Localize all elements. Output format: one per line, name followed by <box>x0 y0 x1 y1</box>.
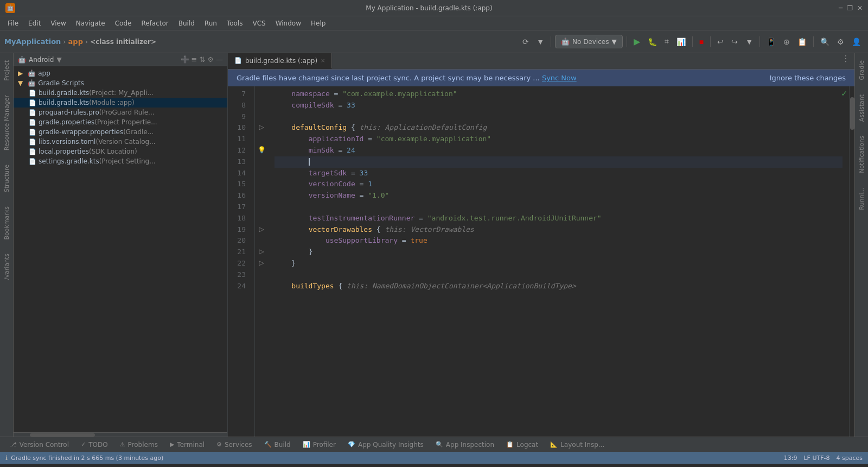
todo-tab[interactable]: ✓ TODO <box>75 439 113 450</box>
device-selector[interactable]: 🤖 No Devices ▼ <box>555 35 623 48</box>
project-panel-label[interactable]: Project <box>1 56 12 85</box>
code-gutter-icons: ▷ 💡 ▷ ▷ ▷ <box>255 86 268 437</box>
code-line-15: versionCode = 1 <box>275 179 843 190</box>
tree-item-libs-versions[interactable]: 📄 libs.versions.toml (Version Catalog... <box>14 137 227 147</box>
android-device-mgr[interactable]: 📱 <box>764 36 778 48</box>
code-line-17 <box>275 201 843 213</box>
tree-item-build-gradle-module[interactable]: 📄 build.gradle.kts (Module :app) <box>14 98 227 108</box>
status-left: ℹ Gradle sync finished in 2 s 665 ms (3 … <box>5 455 780 462</box>
stop-button[interactable]: ■ <box>697 36 706 48</box>
menu-edit[interactable]: Edit <box>24 18 45 28</box>
menu-build[interactable]: Build <box>174 18 199 28</box>
device-label: No Devices <box>572 38 609 46</box>
menu-refactor[interactable]: Refactor <box>137 18 173 28</box>
account-button[interactable]: 👤 <box>849 36 864 48</box>
code-line-20: useSupportLibrary = true <box>275 235 843 247</box>
filetree-title: 🤖 Android ▼ <box>18 56 62 64</box>
breadcrumb-project[interactable]: MyApplication <box>4 37 61 46</box>
code-editor[interactable]: 7 8 9 10 11 12 13 14 15 16 17 18 19 20 2… <box>228 86 854 437</box>
settings-gear-icon[interactable]: ⚙ <box>207 55 214 64</box>
menu-help[interactable]: Help <box>307 18 330 28</box>
menu-navigate[interactable]: Navigate <box>72 18 110 28</box>
tree-item-local-properties[interactable]: 📄 local.properties (SDK Location) <box>14 147 227 156</box>
menu-run[interactable]: Run <box>200 18 221 28</box>
cursor-position[interactable]: 13:9 <box>784 455 797 462</box>
menu-view[interactable]: View <box>46 18 70 28</box>
menu-file[interactable]: File <box>3 18 23 28</box>
tree-item-proguard[interactable]: 📄 proguard-rules.pro (ProGuard Rule... <box>14 108 227 117</box>
menu-code[interactable]: Code <box>111 18 136 28</box>
dropdown-icon[interactable]: ▼ <box>56 56 61 64</box>
menu-vcs[interactable]: VCS <box>248 18 270 28</box>
bookmarks-label[interactable]: Bookmarks <box>1 202 12 244</box>
structure-label[interactable]: Structure <box>1 160 12 197</box>
layout-inspector-label: Layout Insp... <box>560 441 604 449</box>
redo-button[interactable]: ↪ <box>729 36 741 48</box>
menu-window[interactable]: Window <box>271 18 305 28</box>
logcat-tab[interactable]: 📋 Logcat <box>501 439 544 450</box>
ignore-changes-link[interactable]: Ignore these changes <box>770 74 846 82</box>
build-tab[interactable]: 🔨 Build <box>259 439 296 450</box>
app-quality-tab[interactable]: 💎 App Quality Insights <box>342 439 429 450</box>
undo-button[interactable]: ↩ <box>714 36 726 48</box>
avd-manager[interactable]: 📋 <box>795 36 809 48</box>
services-tab[interactable]: ⚙ Services <box>211 439 257 450</box>
horizontal-scrollbar[interactable] <box>14 432 227 437</box>
profile-button[interactable]: 📊 <box>674 36 688 48</box>
tree-item-gradle-wrapper[interactable]: 📄 gradle-wrapper.properties (Gradle... <box>14 127 227 137</box>
version-control-tab[interactable]: ⎇ Version Control <box>4 439 74 450</box>
running-panel-label[interactable]: Runni... <box>856 183 867 214</box>
code-line-24: buildTypes { this: NamedDomainObjectCont… <box>275 281 843 292</box>
code-line-14: targetSdk = 33 <box>275 168 843 179</box>
terminal-tab[interactable]: ▶ Terminal <box>164 439 210 450</box>
assistant-panel-label[interactable]: Assistant <box>856 90 867 126</box>
tree-item-settings-gradle[interactable]: 📄 settings.gradle.kts (Project Setting..… <box>14 156 227 166</box>
search-button[interactable]: 🔍 <box>818 36 832 48</box>
collapse-all-icon[interactable]: ≡ <box>192 55 197 64</box>
build-label: Build <box>275 441 291 449</box>
tab-spacer <box>332 53 837 69</box>
restore-button[interactable]: ❐ <box>847 4 853 12</box>
separator-2 <box>627 36 627 47</box>
minimize-panel-icon[interactable]: — <box>216 55 223 64</box>
tree-item-app[interactable]: ▶ 🤖 app <box>14 68 227 78</box>
encoding-info[interactable]: LF UTF-8 <box>803 455 829 462</box>
device-dropdown-icon: ▼ <box>611 38 616 46</box>
menu-tools[interactable]: Tools <box>222 18 247 28</box>
settings-button[interactable]: ⚙ <box>834 36 847 48</box>
tree-item-build-gradle-project[interactable]: 📄 build.gradle.kts (Project: My_Appli... <box>14 88 227 98</box>
code-content[interactable]: ✓ namespace = "com.example.myapplication… <box>268 86 849 437</box>
sync-banner: Gradle files have changed since last pro… <box>228 70 854 86</box>
sync-button[interactable]: ⟳ <box>520 36 532 48</box>
dropdown-button[interactable]: ▼ <box>534 36 547 48</box>
bottom-toolbar: ⎇ Version Control ✓ TODO ⚠ Problems ▶ Te… <box>0 437 868 452</box>
run-button[interactable]: ▶ <box>631 35 643 48</box>
tree-item-gradle-scripts[interactable]: ▼ 🤖 Gradle Scripts <box>14 78 227 88</box>
dropdown2-button[interactable]: ▼ <box>743 36 756 48</box>
vertical-scrollbar[interactable] <box>849 86 854 437</box>
minimize-button[interactable]: ─ <box>839 4 843 12</box>
breadcrumb-class[interactable]: <class initializer> <box>90 38 156 46</box>
tree-item-gradle-properties[interactable]: 📄 gradle.properties (Project Propertie..… <box>14 117 227 127</box>
indent-info[interactable]: 4 spaces <box>837 455 863 462</box>
coverage-button[interactable]: ⌗ <box>662 35 672 48</box>
tab-close-button[interactable]: × <box>321 58 325 64</box>
variants-label[interactable]: /variants <box>1 249 12 284</box>
close-button[interactable]: ✕ <box>857 4 863 12</box>
sync-now-link[interactable]: Sync Now <box>542 74 577 82</box>
device-manager-button[interactable]: ⊕ <box>781 36 793 48</box>
expand-all-icon[interactable]: ⇅ <box>199 55 205 64</box>
debug-button[interactable]: 🐛 <box>645 36 660 48</box>
breadcrumb-module[interactable]: app <box>68 37 83 46</box>
layout-inspector-tab[interactable]: 📐 Layout Insp... <box>545 439 610 450</box>
problems-tab[interactable]: ⚠ Problems <box>114 439 163 450</box>
status-message: Gradle sync finished in 2 s 665 ms (3 mi… <box>11 455 163 462</box>
tab-menu-button[interactable]: ⋮ <box>837 53 854 69</box>
tab-build-gradle[interactable]: 📄 build.gradle.kts (:app) × <box>228 53 332 69</box>
profiler-tab[interactable]: 📊 Profiler <box>297 439 341 450</box>
app-inspection-tab[interactable]: 🔍 App Inspection <box>430 439 500 450</box>
resource-manager-label[interactable]: Resource Manager <box>1 91 12 155</box>
notifications-panel-label[interactable]: Notifications <box>856 131 867 178</box>
gradle-panel-label[interactable]: Gradle <box>856 56 867 85</box>
add-file-icon[interactable]: ➕ <box>181 55 189 64</box>
